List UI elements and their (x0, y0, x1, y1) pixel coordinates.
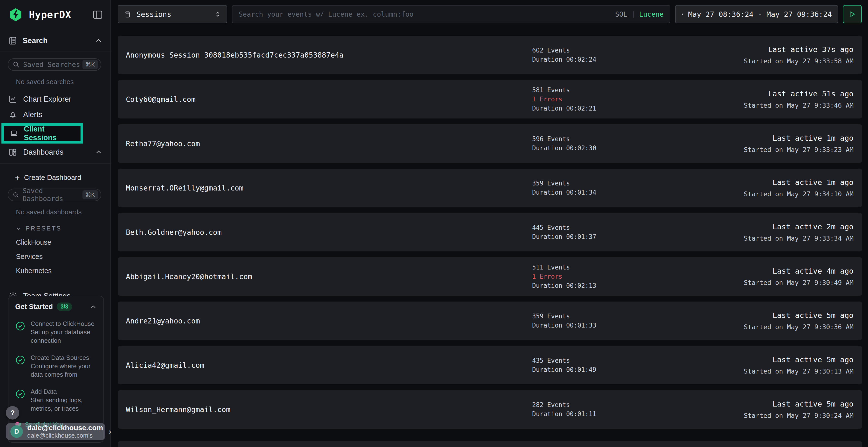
session-row[interactable]: Anonymous Session 308018eb535facd7cec337… (118, 36, 862, 74)
chevron-up-icon[interactable] (89, 303, 97, 310)
session-row[interactable]: Andre21@yahoo.com 359 Events Duration 00… (118, 302, 862, 340)
saved-searches-shortcut: ⌘K (83, 60, 98, 69)
session-started: Started on May 27 9:33:58 AM (744, 57, 854, 65)
bell-icon (8, 110, 18, 119)
sidebar-item-chart-explorer[interactable]: Chart Explorer (0, 92, 111, 107)
session-name: Coty60@gmail.com (126, 95, 195, 104)
session-started: Started on May 27 9:30:36 AM (744, 323, 854, 331)
laptop-icon (10, 129, 18, 138)
search-icon (12, 61, 20, 68)
sidebar-item-alerts[interactable]: Alerts (0, 107, 111, 122)
session-last-active: Last active 37s ago (768, 45, 854, 54)
session-started: Started on May 27 9:30:49 AM (744, 279, 854, 286)
check-circle-icon (15, 355, 25, 365)
session-name: Beth.Goldner@yahoo.com (126, 228, 222, 237)
session-last-active: Last active 2m ago (773, 222, 854, 231)
date-range-value: May 27 08:36:24 - May 27 09:36:24 (688, 10, 832, 19)
user-menu[interactable]: D dale@clickhouse.com dale@clickhouse.co… (6, 423, 105, 440)
get-started-item-desc: Start sending logs, metrics, or traces (31, 396, 97, 413)
session-name: Wilson_Hermann@gmail.com (126, 405, 230, 414)
lucene-toggle[interactable]: Lucene (639, 10, 663, 18)
preset-clickhouse[interactable]: ClickHouse (16, 238, 111, 246)
source-select[interactable]: Sessions (118, 5, 227, 23)
chevron-up-icon[interactable] (95, 148, 102, 156)
sidebar-collapse-icon[interactable] (92, 9, 103, 20)
get-started-card: Get Started 3/3 Connect to ClickHouse Se… (8, 296, 104, 443)
get-started-item-desc: Configure where your data comes from (31, 362, 97, 379)
divider (0, 51, 111, 52)
get-started-item-title: Connect to ClickHouse (31, 319, 97, 328)
get-started-item-desc: Set up your database connection (31, 328, 97, 345)
run-query-button[interactable] (843, 5, 862, 23)
select-updown-icon (214, 10, 221, 18)
client-sessions-highlight-box: Client Sessions (1, 123, 83, 143)
session-duration: Duration 00:02:21 (532, 104, 596, 113)
session-last-active: Last active 5m ago (773, 400, 854, 408)
session-last-active: Last active 1m ago (773, 134, 854, 142)
check-circle-icon (15, 321, 25, 331)
sql-toggle[interactable]: SQL (615, 10, 627, 18)
session-events-count: 511 Events (532, 263, 596, 272)
get-started-item[interactable]: Add Data Start sending logs, metrics, or… (15, 387, 97, 413)
session-duration: Duration 00:01:11 (532, 409, 596, 419)
saved-dashboards-shortcut: ⌘K (83, 190, 98, 199)
plus-icon: + (15, 173, 20, 182)
sidebar-item-label: Chart Explorer (23, 95, 71, 104)
get-started-item[interactable]: Connect to ClickHouse Set up your databa… (15, 319, 97, 345)
user-email: dale@clickhouse.com (27, 424, 103, 432)
session-row[interactable]: Beth.Goldner@yahoo.com 445 Events Durati… (118, 213, 862, 251)
session-started: Started on May 27 9:33:23 AM (744, 146, 854, 153)
saved-dashboards-placeholder: Saved Dashboards (23, 187, 83, 203)
session-events-count: 445 Events (532, 223, 596, 232)
help-button[interactable]: ? (6, 406, 19, 419)
session-duration: Duration 00:01:49 (532, 365, 596, 374)
session-last-active: Last active 51s ago (768, 89, 854, 98)
date-range-picker[interactable]: May 27 08:36:24 - May 27 09:36:24 (675, 5, 838, 23)
session-duration: Duration 00:01:34 (532, 188, 596, 197)
session-row[interactable]: Coty60@gmail.com 581 Events 1 Errors Dur… (118, 80, 862, 118)
session-row[interactable]: Abbigail.Heaney20@hotmail.com 511 Events… (118, 257, 862, 296)
lang-separator: | (631, 10, 635, 18)
sidebar-item-dashboards[interactable]: Dashboards (0, 144, 111, 160)
session-duration: Duration 00:02:30 (532, 143, 596, 153)
get-started-progress-badge: 3/3 (57, 303, 72, 311)
session-row[interactable]: Monserrat.OReilly@gmail.com 359 Events D… (118, 169, 862, 207)
no-saved-dashboards-text: No saved dashboards (16, 208, 111, 216)
divider (0, 163, 111, 164)
sidebar-item-label: Alerts (23, 110, 42, 119)
session-events-count: 596 Events (532, 134, 596, 143)
preset-kubernetes[interactable]: Kubernetes (16, 267, 111, 275)
sidebar-section-search[interactable]: Search (0, 36, 111, 45)
session-row[interactable]: Alicia42@gmail.com 435 Events Duration 0… (118, 346, 862, 384)
saved-searches-input[interactable]: Saved Searches ⌘K (8, 58, 101, 71)
create-dashboard-button[interactable]: + Create Dashboard (0, 173, 111, 182)
session-name: Andre21@yahoo.com (126, 317, 200, 325)
source-select-value: Sessions (136, 10, 172, 19)
session-row[interactable]: Wilson_Hermann@gmail.com 282 Events Dura… (118, 390, 862, 429)
get-started-item[interactable]: Create Data Sources Configure where your… (15, 353, 97, 379)
session-errors-count: 1 Errors (532, 95, 596, 104)
session-last-active: Last active 5m ago (773, 311, 854, 319)
session-duration: Duration 00:01:37 (532, 232, 596, 241)
saved-dashboards-input[interactable]: Saved Dashboards ⌘K (8, 188, 101, 201)
play-icon (849, 10, 856, 18)
session-last-active: Last active 4m ago (773, 267, 854, 275)
get-started-title: Get Started (15, 303, 53, 311)
presets-toggle[interactable]: PRESETS (16, 225, 111, 232)
session-errors-count: 1 Errors (532, 272, 596, 281)
session-row[interactable]: Retha77@yahoo.com 596 Events Duration 00… (118, 124, 862, 163)
sidebar-item-label: Dashboards (23, 148, 63, 157)
session-list: Anonymous Session 308018eb535facd7cec337… (118, 36, 862, 435)
user-team: dale@clickhouse.com's (27, 432, 103, 440)
calendar-icon (681, 10, 683, 18)
session-events-count: 435 Events (532, 356, 596, 365)
session-duration: Duration 00:02:24 (532, 55, 596, 64)
sidebar-item-label: Client Sessions (24, 125, 75, 142)
sidebar-item-client-sessions[interactable]: Client Sessions (4, 126, 81, 141)
session-row-partial (118, 441, 862, 447)
session-last-active: Last active 5m ago (773, 355, 854, 364)
event-search-input[interactable]: Search your events w/ Lucene ex. column:… (232, 5, 670, 23)
preset-services[interactable]: Services (16, 253, 111, 261)
chart-explorer-icon (8, 95, 18, 104)
chevron-up-icon[interactable] (95, 37, 102, 44)
